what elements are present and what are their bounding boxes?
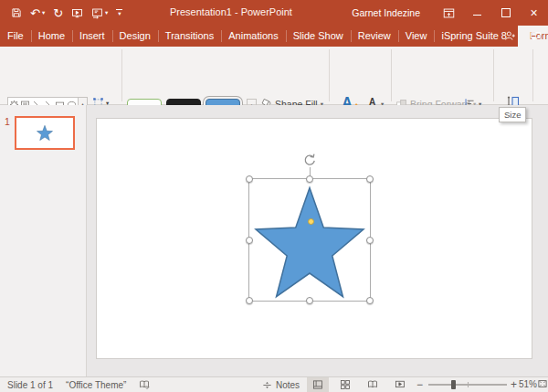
ribbon-display-options-icon: [443, 7, 455, 19]
title-bar: ↶▾ ↻ ▾ ▾ Presentation1 - PowerPoint Garn…: [0, 0, 548, 26]
star-shape-thumbnail: [37, 125, 53, 141]
slide-indicator[interactable]: Slide 1 of 1: [7, 380, 53, 390]
tab-file[interactable]: File: [0, 26, 31, 47]
tab-bar-right-icons: [497, 26, 548, 47]
close-button[interactable]: ×: [520, 0, 548, 26]
group-separator: [493, 49, 494, 101]
customize-quick-access-toolbar-button[interactable]: ▾: [116, 9, 122, 16]
signed-in-user[interactable]: Garnet Indezine: [352, 7, 420, 18]
comments-button[interactable]: [522, 30, 548, 42]
tab-view[interactable]: View: [398, 26, 435, 47]
slide-show-icon: [395, 379, 406, 390]
ribbon-display-options-button[interactable]: [435, 0, 463, 26]
start-from-beginning-icon: [71, 7, 83, 19]
slide-sorter-icon: [340, 379, 351, 390]
spell-check-icon[interactable]: [139, 379, 150, 390]
tab-home[interactable]: Home: [31, 26, 72, 47]
group-separator: [532, 49, 533, 101]
undo-button[interactable]: ↶▾: [30, 7, 45, 19]
slide-thumbnail-panel: 1: [0, 105, 87, 376]
selection-handle-middle-right[interactable]: [366, 237, 374, 244]
fit-to-window-icon: [537, 378, 548, 389]
zoom-slider-handle[interactable]: [451, 380, 456, 389]
selection-handle-middle-left[interactable]: [246, 237, 253, 244]
save-icon: [11, 7, 22, 18]
workspace: 1 Size: [0, 105, 548, 376]
maximize-button[interactable]: [491, 0, 520, 26]
status-bar-left: Slide 1 of 1 “Office Theme”: [7, 377, 150, 392]
selection-handle-bottom-right[interactable]: [366, 297, 374, 304]
status-bar: Slide 1 of 1 “Office Theme” Notes − + 51…: [0, 376, 548, 392]
rotate-arrow-icon: [302, 153, 317, 167]
quick-access-toolbar: ↶▾ ↻ ▾ ▾: [11, 0, 122, 26]
star-shape[interactable]: [253, 185, 366, 300]
normal-view-button[interactable]: [307, 377, 329, 392]
start-from-beginning-button[interactable]: [71, 7, 83, 19]
comment-icon: [530, 30, 542, 42]
shape-selection-box[interactable]: [248, 178, 371, 302]
selection-handle-top-middle[interactable]: [306, 175, 313, 183]
tab-review[interactable]: Review: [351, 26, 398, 47]
title-bar-right: Garnet Indezine ×: [352, 0, 548, 26]
theme-name[interactable]: “Office Theme”: [66, 380, 126, 390]
save-button[interactable]: [11, 7, 22, 18]
chevron-down-icon: ▾: [118, 11, 121, 16]
fit-slide-to-window-button[interactable]: [537, 378, 548, 389]
slide-number: 1: [5, 116, 10, 127]
normal-view-icon: [312, 379, 323, 390]
tab-animations[interactable]: Animations: [221, 26, 285, 47]
tab-transitions[interactable]: Transitions: [158, 26, 221, 47]
tab-slide-show[interactable]: Slide Show: [286, 26, 351, 47]
slide-preview-button[interactable]: ▾: [91, 7, 108, 19]
maximize-icon: [501, 8, 511, 17]
shape-adjust-handle[interactable]: [308, 218, 314, 225]
notes-icon: [262, 380, 272, 390]
reading-view-button[interactable]: [362, 377, 384, 392]
zoom-level[interactable]: 51%: [519, 379, 537, 389]
zoom-slider-track[interactable]: [428, 384, 507, 386]
slide-show-view-button[interactable]: [389, 377, 411, 392]
selection-handle-top-left[interactable]: [246, 175, 253, 183]
minimize-icon: [473, 15, 481, 16]
powerpoint-window: ↶▾ ↻ ▾ ▾ Presentation1 - PowerPoint Garn…: [0, 0, 548, 392]
chevron-down-icon: ▾: [42, 10, 45, 16]
slide-thumbnail-1[interactable]: [15, 116, 75, 150]
group-separator: [391, 49, 392, 101]
rotate-handle[interactable]: [302, 153, 317, 167]
group-separator: [329, 49, 330, 101]
group-separator: [121, 49, 122, 101]
tab-insert[interactable]: Insert: [72, 26, 112, 47]
redo-button[interactable]: ↻: [53, 7, 63, 19]
share-button[interactable]: [497, 30, 522, 42]
redo-icon: ↻: [53, 7, 63, 19]
person-icon: [504, 30, 516, 42]
slide-sorter-view-button[interactable]: [334, 377, 356, 392]
selection-handle-bottom-left[interactable]: [246, 297, 253, 304]
zoom-slider-center-tick: [468, 382, 469, 387]
selection-handle-bottom-middle[interactable]: [306, 297, 313, 304]
reading-view-icon: [367, 379, 378, 390]
window-title: Presentation1 - PowerPoint: [170, 6, 292, 17]
tab-design[interactable]: Design: [112, 26, 158, 47]
zoom-out-button[interactable]: −: [416, 378, 423, 391]
selection-handle-top-right[interactable]: [366, 175, 374, 183]
zoom-in-button[interactable]: +: [511, 378, 517, 391]
notes-label: Notes: [276, 380, 300, 390]
minimize-button[interactable]: [463, 0, 491, 26]
ribbon: ▴ ▾ ▾ ▾ ▾ Insert Shapes Abc Abc Abc ▴ ▾ …: [0, 47, 548, 105]
slide-preview-icon: [91, 7, 103, 19]
close-icon: ×: [530, 6, 537, 19]
ribbon-tab-bar: File Home Insert Design Transitions Anim…: [0, 26, 548, 47]
notes-button[interactable]: Notes: [262, 377, 300, 392]
undo-icon: ↶: [30, 7, 40, 19]
size-tooltip: Size: [499, 107, 526, 122]
chevron-down-icon: ▾: [105, 10, 108, 16]
